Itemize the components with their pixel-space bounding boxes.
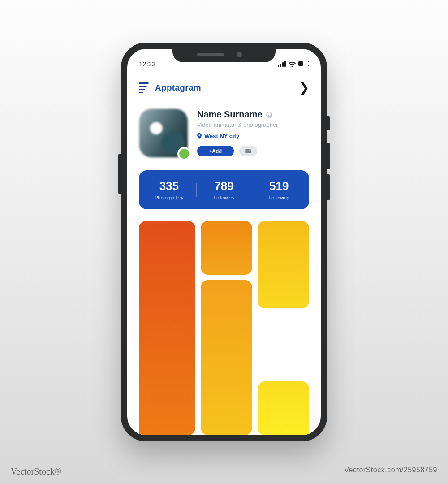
avatar[interactable] [139, 108, 188, 158]
watermark-right: VectorStock.com/25958759 [344, 466, 437, 474]
device-mute-switch [327, 116, 330, 130]
message-button[interactable] [239, 146, 257, 156]
profile-subtitle: Video animator & photographer [197, 121, 309, 128]
stat-label: Photo gallery [142, 195, 197, 200]
battery-icon [298, 61, 309, 66]
gallery-tile[interactable] [139, 221, 195, 435]
pin-icon [197, 133, 202, 139]
photo-gallery [139, 221, 309, 435]
profile-info: Name Surname Video animator & photograph… [197, 108, 309, 158]
stat-value: 789 [197, 179, 252, 193]
profile-location: West NY city [197, 133, 309, 139]
status-right [278, 61, 309, 67]
stat-label: Following [251, 195, 306, 200]
cellular-icon [278, 61, 286, 67]
device-notch [172, 48, 276, 62]
stat-value: 335 [142, 179, 197, 193]
phone-frame: 12:33 Apptagram ❯ Name Surname [121, 43, 327, 441]
gallery-tile[interactable] [258, 221, 309, 308]
profile-name-row: Name Surname [197, 109, 309, 120]
device-power-button [118, 154, 121, 194]
stat-following[interactable]: 519 Following [251, 179, 306, 200]
stats-card: 335 Photo gallery 789 Followers 519 Foll… [139, 170, 309, 209]
wifi-icon [289, 61, 296, 66]
stat-photos[interactable]: 335 Photo gallery [142, 179, 197, 200]
verified-icon [266, 112, 272, 118]
chevron-right-icon[interactable]: ❯ [299, 80, 309, 95]
device-volume-down [327, 174, 330, 200]
stat-followers[interactable]: 789 Followers [197, 179, 252, 200]
profile-location-text: West NY city [204, 133, 239, 139]
profile-name: Name Surname [197, 109, 263, 120]
stat-label: Followers [197, 195, 252, 200]
status-time: 12:33 [139, 60, 156, 68]
profile-section: Name Surname Video animator & photograph… [139, 108, 309, 158]
gallery-tile[interactable] [201, 221, 252, 275]
mail-icon [245, 149, 251, 153]
add-button[interactable]: +Add [197, 146, 234, 156]
screen: 12:33 Apptagram ❯ Name Surname [127, 49, 321, 435]
presence-indicator [177, 147, 191, 160]
app-title: Apptagram [155, 83, 201, 93]
app-bar: Apptagram ❯ [139, 80, 309, 95]
gallery-tile[interactable] [258, 381, 309, 435]
device-volume-up [327, 143, 330, 169]
profile-actions: +Add [197, 146, 309, 156]
watermark-left: VectorStock® [11, 467, 61, 477]
menu-icon[interactable] [139, 82, 149, 93]
gallery-tile[interactable] [201, 280, 252, 435]
stat-value: 519 [251, 179, 306, 193]
